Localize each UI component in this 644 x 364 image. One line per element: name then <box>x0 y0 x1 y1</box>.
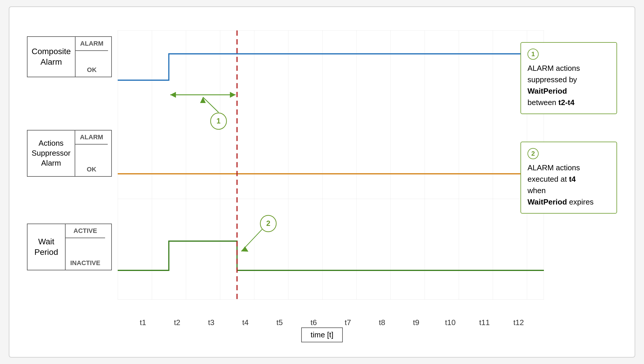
grid-background <box>118 30 544 300</box>
wait-period-title: WaitPeriod <box>28 224 66 270</box>
composite-alarm-label: CompositeAlarm ALARM OK <box>27 36 112 77</box>
composite-alarm-state-ok: OK <box>76 63 108 77</box>
time-axis-label: time [t] <box>301 327 343 342</box>
circle-badge-2-text: 2 <box>266 219 270 227</box>
time-t2: t2 <box>160 318 194 327</box>
annotation-badge-2: 2 <box>527 148 539 159</box>
time-t5: t5 <box>263 318 297 327</box>
suppressor-alarm-state-alarm: ALARM <box>75 131 108 145</box>
wait-period-state-active: ACTIVE <box>66 224 105 238</box>
time-t6: t6 <box>297 318 331 327</box>
composite-alarm-state-alarm: ALARM <box>76 37 108 51</box>
annotation-box-1: 1 ALARM actionssuppressed byWaitPeriodbe… <box>520 42 617 114</box>
annotation-badge-1: 1 <box>527 49 539 60</box>
annotation-1-line1: ALARM actionssuppressed byWaitPeriodbetw… <box>527 64 580 107</box>
composite-alarm-title: CompositeAlarm <box>28 37 76 77</box>
time-axis: t1 t2 t3 t4 t5 t6 t7 t8 t9 t10 t11 t12 <box>118 318 544 327</box>
suppressor-alarm-label: ActionsSuppressorAlarm ALARM OK <box>27 130 112 177</box>
time-t8: t8 <box>365 318 399 327</box>
wait-period-label: WaitPeriod ACTIVE INACTIVE <box>27 224 112 270</box>
time-t11: t11 <box>467 318 502 327</box>
time-t12: t12 <box>501 318 536 327</box>
suppressor-alarm-state-ok: OK <box>75 163 108 176</box>
time-t4: t4 <box>228 318 263 327</box>
time-t10: t10 <box>433 318 467 327</box>
annotation-2-line1: ALARM actionsexecuted at t4whenWaitPerio… <box>527 163 594 206</box>
circle-badge-1-text: 1 <box>217 117 221 125</box>
time-t1: t1 <box>126 318 160 327</box>
chart-area: CompositeAlarm ALARM OK ActionsSuppresso… <box>21 19 623 345</box>
time-t9: t9 <box>399 318 433 327</box>
chart-svg: 1 2 <box>118 30 544 300</box>
time-t7: t7 <box>331 318 365 327</box>
suppressor-alarm-title: ActionsSuppressorAlarm <box>28 131 75 176</box>
time-t3: t3 <box>194 318 228 327</box>
diagram-container: CompositeAlarm ALARM OK ActionsSuppresso… <box>9 6 635 358</box>
wait-period-state-inactive: INACTIVE <box>66 256 105 270</box>
annotation-box-2: 2 ALARM actionsexecuted at t4whenWaitPer… <box>520 142 617 214</box>
